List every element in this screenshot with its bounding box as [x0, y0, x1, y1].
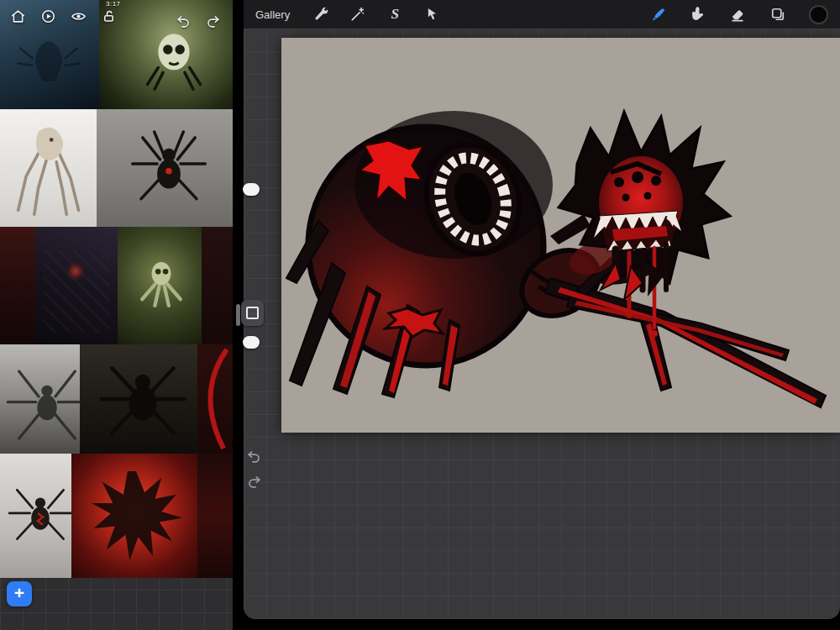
- redo-icon[interactable]: [205, 13, 221, 29]
- screen: 3:17: [0, 0, 840, 630]
- undo-icon[interactable]: [246, 449, 262, 465]
- reference-undo-redo: [176, 13, 221, 29]
- reference-image[interactable]: [71, 454, 197, 578]
- opacity-slider[interactable]: [243, 336, 260, 349]
- split-divider-handle[interactable]: [236, 304, 240, 326]
- reference-image[interactable]: [118, 227, 202, 344]
- reference-image[interactable]: [0, 109, 97, 227]
- status-time: 3:17: [106, 0, 121, 8]
- procreate-panel: Gallery S: [244, 0, 840, 630]
- gallery-button[interactable]: Gallery: [255, 8, 290, 21]
- transform-arrow-icon[interactable]: [423, 5, 441, 24]
- home-icon[interactable]: [10, 8, 26, 24]
- procreate-topbar: Gallery S: [244, 0, 840, 29]
- reference-toolbar: [10, 8, 117, 24]
- redo-icon[interactable]: [246, 474, 262, 490]
- brush-icon[interactable]: [648, 5, 666, 24]
- demon-spider-artwork: [281, 38, 840, 433]
- reference-image[interactable]: [35, 227, 118, 344]
- layers-icon[interactable]: [769, 5, 787, 24]
- color-swatch[interactable]: [809, 5, 828, 24]
- paint-tools: [648, 5, 828, 24]
- modify-button[interactable]: [241, 300, 264, 326]
- smudge-icon[interactable]: [688, 5, 706, 24]
- reference-image[interactable]: [0, 344, 80, 454]
- undo-icon[interactable]: [176, 13, 192, 29]
- drawing-canvas[interactable]: [281, 38, 840, 433]
- browse-icon[interactable]: [40, 8, 56, 24]
- reference-image[interactable]: [80, 344, 197, 454]
- reference-image[interactable]: [202, 227, 233, 344]
- reference-image[interactable]: [0, 454, 71, 578]
- reference-app-panel: 3:17: [0, 0, 233, 630]
- modify-square-icon: [246, 307, 259, 319]
- procreate-workspace: [244, 29, 840, 619]
- reference-image[interactable]: [197, 454, 233, 578]
- reference-image[interactable]: [0, 227, 35, 344]
- selection-icon[interactable]: S: [386, 5, 404, 24]
- add-image-button[interactable]: +: [7, 581, 32, 606]
- brush-size-slider[interactable]: [243, 183, 260, 196]
- reference-image[interactable]: [197, 344, 233, 454]
- eraser-icon[interactable]: [728, 5, 747, 24]
- eye-icon[interactable]: [71, 8, 87, 24]
- reference-image[interactable]: [97, 109, 233, 227]
- lock-icon[interactable]: [101, 8, 117, 24]
- actions-wrench-icon[interactable]: [312, 5, 330, 24]
- adjustments-wand-icon[interactable]: [349, 5, 367, 24]
